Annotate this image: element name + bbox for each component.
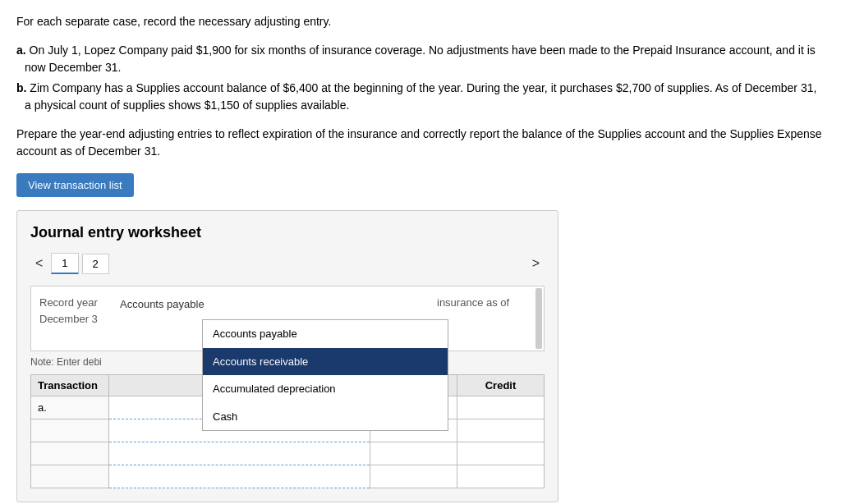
journal-worksheet: Journal entry worksheet < 1 2 > Record y… [16, 210, 558, 502]
col-header-transaction: Transaction [31, 375, 109, 396]
credit-input-2[interactable] [464, 424, 539, 437]
dropdown-item-accum-dep[interactable]: Accumulated depreciation [203, 375, 448, 403]
credit-cell-4[interactable] [457, 465, 545, 488]
tab-1[interactable]: 1 [51, 253, 78, 274]
debit-input-4[interactable] [377, 470, 452, 483]
entry-desc-line2: December 3 [39, 311, 113, 328]
insurance-as-of-text: insurance as of [437, 295, 535, 327]
dropdown-item-cash[interactable]: Cash [203, 403, 448, 431]
part-b-text: Zim Company has a Supplies account balan… [25, 81, 816, 112]
entry-description-box: Record year December 3 Accounts payable … [30, 286, 545, 351]
account-input-4[interactable] [116, 469, 363, 484]
entry-desc-line1: Record year [39, 295, 113, 311]
transaction-label-4 [31, 465, 109, 488]
account-input-cell-3[interactable] [109, 442, 370, 465]
credit-cell-a[interactable] [457, 396, 545, 419]
part-a-label: a. [16, 44, 26, 57]
scrollbar[interactable] [535, 288, 542, 349]
credit-cell-2[interactable] [457, 419, 545, 442]
part-b-label: b. [16, 81, 26, 94]
prepare-instructions: Prepare the year-end adjusting entries t… [16, 126, 825, 160]
table-row [31, 442, 545, 465]
credit-input-4[interactable] [464, 470, 539, 483]
col-header-credit: Credit [457, 375, 545, 396]
credit-input-a[interactable] [464, 401, 539, 414]
part-a-text: On July 1, Lopez Company paid $1,900 for… [25, 44, 816, 74]
tab-next-button[interactable]: > [527, 254, 545, 273]
transaction-label-3 [31, 442, 109, 465]
instructions-intro: For each separate case, record the neces… [16, 13, 825, 30]
debit-cell-3[interactable] [370, 442, 457, 465]
account-input-3[interactable] [116, 446, 363, 461]
accounts-payable-label: Accounts payable [120, 295, 430, 314]
view-transaction-button[interactable]: View transaction list [16, 173, 134, 197]
problem-parts: a. On July 1, Lopez Company paid $1,900 … [16, 42, 825, 114]
transaction-label-a: a. [31, 396, 109, 419]
credit-input-3[interactable] [464, 447, 539, 460]
tab-navigation: < 1 2 > [30, 253, 545, 274]
credit-cell-3[interactable] [457, 442, 545, 465]
tab-prev-button[interactable]: < [30, 254, 48, 273]
account-input-cell-4[interactable] [109, 465, 370, 488]
tab-2[interactable]: 2 [82, 254, 109, 274]
dropdown-item-ap[interactable]: Accounts payable [203, 320, 448, 348]
debit-cell-4[interactable] [370, 465, 457, 488]
account-dropdown[interactable]: Accounts payable Accounts receivable Acc… [202, 319, 448, 431]
debit-input-3[interactable] [377, 447, 452, 460]
transaction-label-2 [31, 419, 109, 442]
dropdown-item-ar[interactable]: Accounts receivable [203, 348, 448, 376]
worksheet-title: Journal entry worksheet [30, 224, 545, 241]
table-row [31, 465, 545, 488]
